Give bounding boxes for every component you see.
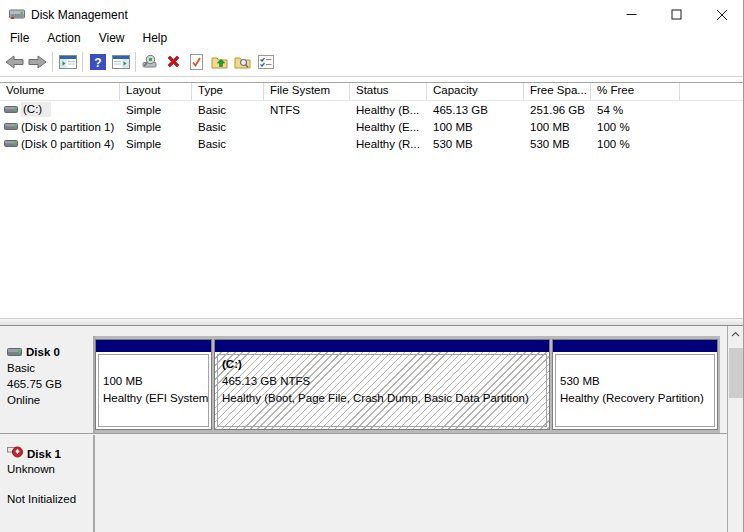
toolbar-separator xyxy=(52,52,53,72)
partition-color-bar xyxy=(96,340,211,352)
delete-button[interactable] xyxy=(162,50,185,74)
capacity-cell: 530 MB xyxy=(427,138,524,150)
action-pane-button[interactable] xyxy=(109,50,132,74)
forward-icon xyxy=(28,55,47,69)
volume-name: (Disk 0 partition 1) xyxy=(21,121,114,133)
volume-row-partition-1[interactable]: (Disk 0 partition 1) Simple Basic Health… xyxy=(0,118,744,135)
toolbar: ? xyxy=(0,47,744,77)
partition-status: Healthy (Recovery Partition) xyxy=(560,390,712,407)
disk-1-name: Disk 1 xyxy=(27,447,61,462)
partition-status: Healthy (EFI System xyxy=(103,390,206,407)
column-header-volume[interactable]: Volume xyxy=(0,83,120,100)
delete-icon xyxy=(166,54,181,69)
scroll-up-button[interactable] xyxy=(728,326,743,342)
graphical-view-pane: Disk 0 Basic 465.75 GB Online 100 MB Hea… xyxy=(0,326,744,532)
check-document-button[interactable] xyxy=(185,50,208,74)
task-list-icon xyxy=(258,55,274,69)
forward-button[interactable] xyxy=(26,50,49,74)
layout-cell: Simple xyxy=(120,104,192,116)
disk-0-size: 465.75 GB xyxy=(7,376,93,392)
disk-0-name: Disk 0 xyxy=(26,344,60,360)
capacity-cell: 465.13 GB xyxy=(427,104,524,116)
volume-row-partition-4[interactable]: (Disk 0 partition 4) Simple Basic Health… xyxy=(0,135,744,152)
minimize-icon xyxy=(626,9,637,20)
column-header-status[interactable]: Status xyxy=(350,83,427,100)
volume-row-c[interactable]: (C:) Simple Basic NTFS Healthy (B... 465… xyxy=(0,101,744,118)
partition-color-bar xyxy=(553,340,717,352)
pane-splitter[interactable] xyxy=(0,318,744,326)
partition-recovery[interactable]: 530 MB Healthy (Recovery Partition) xyxy=(552,339,718,430)
rescan-disks-icon xyxy=(142,54,160,69)
check-document-icon xyxy=(190,54,203,70)
partition-size: 530 MB xyxy=(560,373,712,390)
toolbar-separator xyxy=(135,52,136,72)
partition-name xyxy=(560,356,712,373)
action-pane-icon xyxy=(112,55,130,69)
partition-efi-system[interactable]: 100 MB Healthy (EFI System xyxy=(95,339,212,430)
help-button[interactable]: ? xyxy=(86,50,109,74)
partition-size: 100 MB xyxy=(103,373,206,390)
volume-drive-icon xyxy=(4,123,18,130)
folder-up-button[interactable] xyxy=(208,50,231,74)
column-header-type[interactable]: Type xyxy=(192,83,264,100)
type-cell: Basic xyxy=(192,138,264,150)
disk-1-partitions-area[interactable] xyxy=(95,435,727,532)
free-space-cell: 100 MB xyxy=(524,121,591,133)
scroll-up-icon xyxy=(731,331,740,337)
console-tree-button[interactable] xyxy=(56,50,79,74)
menu-help[interactable]: Help xyxy=(134,30,177,47)
volume-list-header: Volume Layout Type File System Status Ca… xyxy=(0,83,744,101)
vertical-scrollbar[interactable] xyxy=(727,326,743,532)
disk-1-row: Disk 1 Unknown Not Initialized xyxy=(0,435,727,532)
column-header-layout[interactable]: Layout xyxy=(120,83,192,100)
status-cell: Healthy (E... xyxy=(350,121,427,133)
free-space-cell: 251.96 GB xyxy=(524,104,591,116)
maximize-button[interactable] xyxy=(654,0,699,29)
disk-0-label-panel[interactable]: Disk 0 Basic 465.75 GB Online xyxy=(0,336,95,433)
capacity-cell: 100 MB xyxy=(427,121,524,133)
close-button[interactable] xyxy=(699,0,744,29)
partition-name: (C:) xyxy=(222,356,544,373)
volume-name-cell: (Disk 0 partition 1) xyxy=(0,121,120,133)
pct-free-cell: 100 % xyxy=(591,121,680,133)
back-button[interactable] xyxy=(3,50,26,74)
type-cell: Basic xyxy=(192,121,264,133)
menu-view[interactable]: View xyxy=(90,30,134,47)
volume-drive-icon xyxy=(4,140,18,147)
menubar: File Action View Help xyxy=(0,29,744,47)
menu-action[interactable]: Action xyxy=(38,30,89,47)
rescan-disks-button[interactable] xyxy=(139,50,162,74)
disk-0-icon xyxy=(7,344,22,360)
partition-name xyxy=(103,356,206,373)
back-icon xyxy=(5,55,24,69)
column-header-capacity[interactable]: Capacity xyxy=(427,83,524,100)
disk-1-error-icon xyxy=(7,446,23,462)
minimize-button[interactable] xyxy=(609,0,654,29)
disk-1-label-panel[interactable]: Disk 1 Unknown Not Initialized xyxy=(0,435,95,532)
scrollbar-thumb[interactable] xyxy=(729,348,743,398)
close-icon xyxy=(716,9,728,21)
pct-free-cell: 54 % xyxy=(591,104,680,116)
titlebar: Disk Management xyxy=(0,0,744,29)
folder-search-button[interactable] xyxy=(231,50,254,74)
volume-name-cell: (C:) xyxy=(0,102,120,117)
column-header-pct-free[interactable]: % Free xyxy=(591,83,680,100)
column-header-free-space[interactable]: Free Spa... xyxy=(524,83,591,100)
pct-free-cell: 100 % xyxy=(591,138,680,150)
toolbar-separator xyxy=(82,52,83,72)
disk-1-type: Unknown xyxy=(7,462,93,477)
window-controls xyxy=(609,0,744,29)
partition-c-selected[interactable]: (C:) 465.13 GB NTFS Healthy (Boot, Page … xyxy=(214,339,550,430)
column-header-file-system[interactable]: File System xyxy=(264,83,350,100)
layout-cell: Simple xyxy=(120,121,192,133)
menu-file[interactable]: File xyxy=(1,30,38,47)
disk-0-row: Disk 0 Basic 465.75 GB Online 100 MB Hea… xyxy=(0,336,727,434)
status-cell: Healthy (B... xyxy=(350,104,427,116)
file-system-cell: NTFS xyxy=(264,104,350,116)
type-cell: Basic xyxy=(192,104,264,116)
partition-size: 465.13 GB NTFS xyxy=(222,373,544,390)
volume-name: (C:) xyxy=(21,102,51,117)
task-list-button[interactable] xyxy=(254,50,277,74)
disk-0-status: Online xyxy=(7,392,93,408)
maximize-icon xyxy=(671,9,682,20)
